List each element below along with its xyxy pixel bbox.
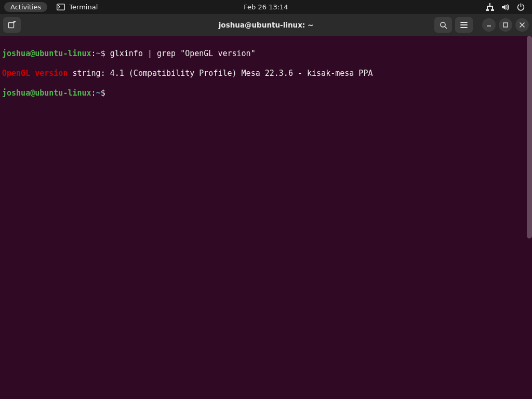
window-title: joshua@ubuntu-linux: ~	[219, 21, 314, 29]
wired-network-icon[interactable]	[486, 3, 494, 11]
window-close-button[interactable]	[515, 18, 529, 32]
window-minimize-button[interactable]	[482, 18, 496, 32]
terminal-line: joshua@ubuntu-linux:~$ glxinfo | grep "O…	[2, 49, 529, 59]
power-icon[interactable]	[517, 3, 525, 11]
svg-rect-2	[487, 6, 493, 7]
svg-rect-4	[492, 7, 493, 9]
prompt-sep: :	[91, 49, 96, 58]
svg-rect-0	[57, 4, 65, 10]
window-maximize-button[interactable]	[499, 18, 512, 32]
terminal-line: OpenGL version string: 4.1 (Compatibilit…	[2, 69, 529, 78]
terminal-icon	[57, 4, 65, 10]
terminal-window: joshua@ubuntu-linux: ~	[0, 14, 532, 399]
panel-clock[interactable]: Feb 26 13:14	[244, 3, 288, 11]
volume-icon[interactable]	[501, 3, 510, 11]
command-text	[105, 88, 110, 98]
svg-rect-9	[503, 23, 508, 27]
command-text: glxinfo | grep "OpenGL version"	[105, 49, 256, 58]
terminal-viewport[interactable]: joshua@ubuntu-linux:~$ glxinfo | grep "O…	[0, 36, 532, 399]
terminal-line: joshua@ubuntu-linux:~$	[2, 88, 529, 98]
taskbar-app-label: Terminal	[69, 3, 98, 11]
svg-rect-1	[489, 3, 490, 6]
system-tray	[486, 3, 532, 11]
prompt-dollar: $	[101, 49, 105, 58]
prompt-userhost: joshua@ubuntu-linux	[2, 49, 91, 58]
taskbar-app-terminal[interactable]: Terminal	[57, 3, 98, 11]
output-text: string: 4.1 (Compatibility Profile) Mesa…	[68, 69, 373, 78]
svg-rect-7	[9, 23, 14, 28]
prompt-dollar: $	[101, 88, 105, 98]
new-tab-button[interactable]	[3, 17, 21, 33]
grep-highlight: OpenGL version	[2, 69, 68, 78]
gnome-top-panel: Activities Terminal Feb 26 13:14	[0, 0, 532, 14]
hamburger-menu-button[interactable]	[455, 17, 473, 33]
svg-rect-5	[486, 9, 489, 11]
window-headerbar: joshua@ubuntu-linux: ~	[0, 14, 532, 36]
scrollbar-thumb[interactable]	[527, 36, 532, 238]
prompt-cwd: ~	[96, 88, 101, 98]
svg-rect-6	[491, 9, 494, 11]
activities-button[interactable]: Activities	[4, 2, 47, 12]
prompt-cwd: ~	[96, 49, 101, 58]
search-button[interactable]	[434, 17, 452, 33]
prompt-sep: :	[91, 88, 96, 98]
svg-rect-3	[487, 7, 488, 9]
prompt-userhost: joshua@ubuntu-linux	[2, 88, 91, 98]
